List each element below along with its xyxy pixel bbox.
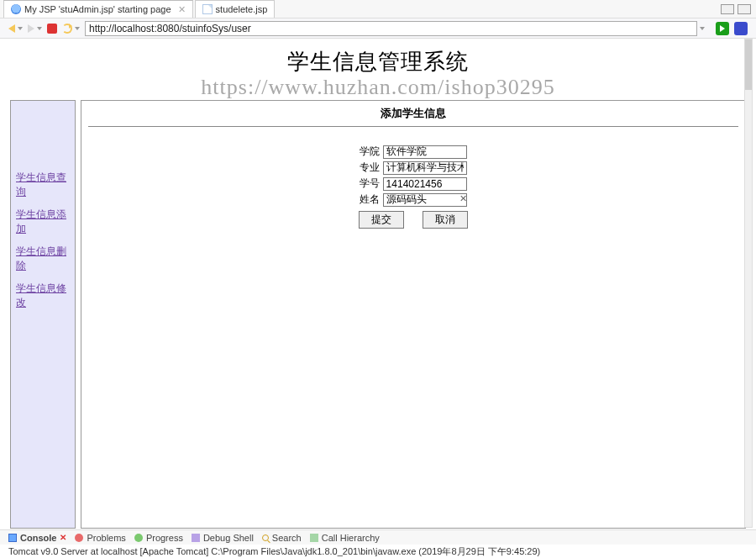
label-sno: 学号 <box>357 176 381 192</box>
browser-viewport: 学生信息管理系统 https://www.huzhan.com/ishop302… <box>0 39 756 529</box>
tab-label: Progress <box>146 533 183 543</box>
tab-label: Debug Shell <box>203 533 254 543</box>
call-hierarchy-icon <box>310 534 318 542</box>
editor-tab-label: studelete.jsp <box>216 4 268 14</box>
page-header: 学生信息管理系统 https://www.huzhan.com/ishop302… <box>0 39 756 100</box>
chevron-down-icon[interactable] <box>700 27 705 30</box>
editor-tab-strip: My JSP 'stuAdmin.jsp' starting page ✕ st… <box>0 0 756 18</box>
internal-browser-toolbar <box>0 18 756 39</box>
close-icon[interactable]: ✕ <box>60 533 66 542</box>
editor-tab-label: My JSP 'stuAdmin.jsp' starting page <box>24 4 171 14</box>
globe-icon <box>11 4 21 14</box>
back-icon[interactable] <box>8 24 15 33</box>
scrollbar-thumb[interactable] <box>745 39 752 90</box>
minimize-button[interactable] <box>721 4 734 14</box>
label-major: 专业 <box>357 160 381 176</box>
college-field[interactable] <box>383 145 467 159</box>
submit-button[interactable]: 提交 <box>359 211 404 229</box>
tab-problems[interactable]: Problems <box>75 533 125 543</box>
forward-icon[interactable] <box>28 24 34 33</box>
go-button[interactable] <box>716 22 729 35</box>
chevron-down-icon[interactable] <box>37 27 42 30</box>
name-field[interactable] <box>383 193 467 207</box>
url-input[interactable] <box>85 21 697 36</box>
tab-label: Search <box>272 533 302 543</box>
external-browser-button[interactable] <box>734 22 748 35</box>
progress-icon <box>134 534 143 542</box>
main-panel: 添加学生信息 学院 专业 学号 <box>81 100 746 529</box>
editor-window-controls <box>721 0 756 18</box>
ide-window: My JSP 'stuAdmin.jsp' starting page ✕ st… <box>0 0 756 558</box>
label-college: 学院 <box>357 144 381 160</box>
sno-field[interactable] <box>383 177 467 191</box>
tab-label: Call Hierarchy <box>322 533 380 543</box>
scrollbar[interactable] <box>744 39 753 528</box>
tab-search[interactable]: Search <box>262 533 302 543</box>
tab-label: Console <box>20 533 56 543</box>
cancel-button[interactable]: 取消 <box>423 211 468 229</box>
status-bar: Tomcat v9.0 Server at localhost [Apache … <box>0 545 756 558</box>
editor-tab-active[interactable]: My JSP 'stuAdmin.jsp' starting page ✕ <box>3 0 193 18</box>
jsp-file-icon <box>202 4 213 14</box>
sidebar-item-delete[interactable]: 学生信息删除 <box>11 240 75 277</box>
major-field[interactable] <box>383 161 467 175</box>
student-form: 学院 专业 学号 姓名 <box>357 144 469 229</box>
refresh-icon[interactable] <box>62 24 72 34</box>
console-icon <box>8 534 17 542</box>
chevron-down-icon[interactable] <box>18 27 23 30</box>
sub-title: 添加学生信息 <box>88 104 738 126</box>
chevron-down-icon[interactable] <box>75 27 80 30</box>
stop-icon[interactable] <box>47 24 57 34</box>
sidebar-item-modify[interactable]: 学生信息修改 <box>11 277 75 314</box>
watermark-text: https://www.huzhan.com/ishop30295 <box>0 75 756 100</box>
tab-label: Problems <box>87 533 125 543</box>
sidebar: 学生信息查询 学生信息添加 学生信息删除 学生信息修改 <box>10 100 76 529</box>
maximize-button[interactable] <box>738 4 751 14</box>
sidebar-item-query[interactable]: 学生信息查询 <box>11 166 75 203</box>
debug-shell-icon <box>192 534 200 542</box>
sidebar-item-add[interactable]: 学生信息添加 <box>11 203 75 240</box>
page-title: 学生信息管理系统 <box>0 47 756 76</box>
tab-call-hierarchy[interactable]: Call Hierarchy <box>310 533 380 543</box>
tab-progress[interactable]: Progress <box>134 533 183 543</box>
problems-icon <box>75 534 83 542</box>
tab-console[interactable]: Console ✕ <box>8 533 66 543</box>
label-name: 姓名 <box>357 192 381 208</box>
clear-input-icon[interactable]: ✕ <box>459 193 467 204</box>
close-icon[interactable]: ✕ <box>178 4 186 15</box>
console-tabs: Console ✕ Problems Progress Debug Shell … <box>0 529 756 545</box>
editor-tab[interactable]: studelete.jsp <box>195 0 276 18</box>
divider <box>88 126 738 127</box>
search-icon <box>262 534 269 541</box>
bottom-panel: Console ✕ Problems Progress Debug Shell … <box>0 529 756 558</box>
tab-debug-shell[interactable]: Debug Shell <box>192 533 254 543</box>
